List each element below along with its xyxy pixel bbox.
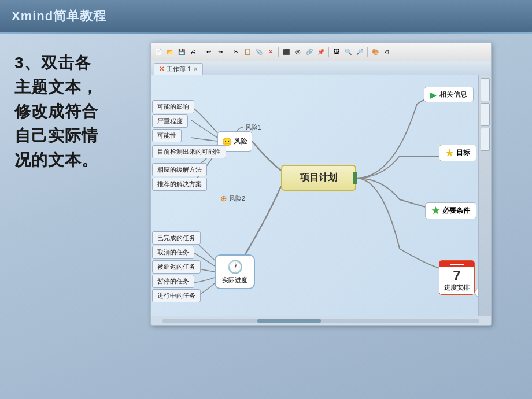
- branch-node-3[interactable]: 目前检测出来的可能性: [152, 145, 226, 158]
- xmind-logo: ✕: [159, 65, 164, 73]
- clock-icon: 🕐: [227, 260, 243, 275]
- risk2-label: 风险2: [229, 194, 245, 203]
- progress-node-1[interactable]: 取消的任务: [152, 246, 194, 259]
- sep3: [278, 47, 279, 57]
- delete-icon[interactable]: ✕: [265, 47, 276, 57]
- strip-item-0[interactable]: [481, 78, 490, 101]
- xmind-window: 📄 📂 💾 🖨 ↩ ↪ ✂ 📋 📎 ✕ ⬛ ◎ 🔗 📌 🖼 🔍: [150, 42, 492, 326]
- branch-node-5[interactable]: 推荐的解决方案: [152, 178, 207, 191]
- toolbar: 📄 📂 💾 🖨 ↩ ↪ ✂ 📋 📎 ✕ ⬛ ◎ 🔗 📌 🖼 🔍: [151, 43, 491, 61]
- tab-bar: ✕ 工作簿 1 ✕: [151, 61, 491, 75]
- horizontal-scrollbar[interactable]: [151, 316, 491, 325]
- sep5: [367, 47, 368, 57]
- scroll-track: [162, 319, 479, 323]
- cut-icon[interactable]: ✂: [231, 47, 241, 57]
- required-node[interactable]: ★ 必要条件: [425, 202, 476, 219]
- strip-item-1[interactable]: [481, 103, 490, 126]
- tab-label: 工作簿 1: [167, 65, 191, 73]
- progress-node-2[interactable]: 被延迟的任务: [152, 260, 201, 274]
- related-info-node[interactable]: ▶ 相关信息: [424, 87, 474, 102]
- settings-icon[interactable]: ⚙: [382, 47, 392, 57]
- workbook-tab[interactable]: ✕ 工作簿 1 ✕: [154, 63, 203, 75]
- sep2: [228, 47, 228, 57]
- redo-icon[interactable]: ↪: [215, 47, 226, 57]
- central-node-label: 项目计划: [300, 172, 337, 184]
- schedule-label: 进度安排: [444, 283, 470, 292]
- mind-map-canvas: 项目计划 😐 风险 风险1 ⊕ 风险2 可能的影响 严重程度 可: [151, 75, 491, 316]
- risk1-label: 风险1: [245, 123, 261, 132]
- open-icon[interactable]: 📂: [165, 47, 175, 57]
- related-info-label: 相关信息: [439, 90, 467, 99]
- image-icon[interactable]: 🖼: [331, 47, 342, 57]
- header: Xmind简单教程: [0, 0, 532, 32]
- new-file-icon[interactable]: 📄: [153, 47, 164, 57]
- undo-icon[interactable]: ↩: [204, 47, 214, 57]
- risk-hub-label: 风险: [234, 136, 247, 146]
- progress-node-3[interactable]: 暂停的任务: [152, 275, 194, 288]
- branch-node-1[interactable]: 严重程度: [152, 114, 188, 128]
- play-icon: ▶: [430, 90, 437, 99]
- sep4: [328, 47, 329, 57]
- right-strip: [478, 75, 491, 316]
- target-label: 目标: [456, 148, 470, 158]
- central-node[interactable]: 项目计划: [281, 165, 356, 191]
- branch-node-4[interactable]: 相应的缓解方法: [152, 163, 207, 176]
- plus-icon: ⊕: [220, 194, 227, 203]
- paste-icon[interactable]: 📎: [254, 47, 264, 57]
- insert-icon[interactable]: ⬛: [281, 47, 291, 57]
- attach-icon[interactable]: 📌: [316, 47, 326, 57]
- scroll-thumb[interactable]: [257, 319, 321, 323]
- schedule-node[interactable]: ▬▬▬ 7 进度安排: [439, 260, 475, 295]
- star-icon: ★: [445, 147, 453, 158]
- risk2-container: ⊕ 风险2: [220, 194, 245, 203]
- save-icon[interactable]: 💾: [176, 47, 187, 57]
- right-panel: 📄 📂 💾 🖨 ↩ ↪ ✂ 📋 📎 ✕ ⬛ ◎ 🔗 📌 🖼 🔍: [116, 34, 532, 399]
- print-icon[interactable]: 🖨: [188, 47, 198, 57]
- sep1: [201, 47, 201, 57]
- strip-item-2[interactable]: [481, 128, 490, 151]
- page-title: Xmind简单教程: [12, 8, 106, 25]
- green-star-icon: ★: [431, 205, 439, 216]
- topic-icon[interactable]: ◎: [293, 47, 303, 57]
- link-icon[interactable]: 🔗: [304, 47, 315, 57]
- required-label: 必要条件: [442, 206, 470, 216]
- format-icon[interactable]: 🎨: [370, 47, 380, 57]
- progress-node-4[interactable]: 进行中的任务: [152, 289, 201, 302]
- calendar-day: 7: [453, 269, 460, 283]
- progress-hub-label: 实际进度: [222, 276, 247, 285]
- branch-node-2[interactable]: 可能性: [152, 129, 182, 142]
- progress-node-0[interactable]: 已完成的任务: [152, 231, 201, 245]
- left-panel: 3、双击各主题文本，修改成符合自己实际情况的文本。: [0, 34, 116, 399]
- copy-icon[interactable]: 📋: [242, 47, 253, 57]
- main-content: 3、双击各主题文本，修改成符合自己实际情况的文本。 📄 📂 💾 🖨 ↩ ↪ ✂ …: [0, 34, 532, 399]
- branch-node-0[interactable]: 可能的影响: [152, 100, 194, 113]
- instruction-text: 3、双击各主题文本，修改成符合自己实际情况的文本。: [14, 51, 107, 172]
- progress-hub-node[interactable]: 🕐 实际进度: [215, 254, 255, 289]
- zoom-out-icon[interactable]: 🔍: [343, 47, 353, 57]
- target-node[interactable]: ★ 目标: [439, 145, 476, 161]
- calendar-header: ▬▬▬: [439, 261, 474, 267]
- zoom-in-icon[interactable]: 🔎: [354, 47, 365, 57]
- tab-close-btn[interactable]: ✕: [193, 66, 198, 72]
